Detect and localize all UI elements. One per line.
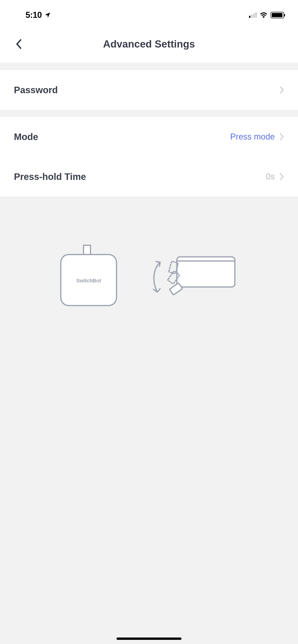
press-hold-time-row[interactable]: Press-hold Time 0s bbox=[0, 157, 298, 196]
battery-icon bbox=[271, 12, 284, 18]
mode-label: Mode bbox=[14, 132, 38, 142]
home-indicator[interactable] bbox=[117, 638, 181, 640]
row-right bbox=[279, 86, 284, 94]
password-row[interactable]: Password bbox=[0, 70, 298, 110]
nav-header: Advanced Settings bbox=[0, 26, 298, 62]
switchbot-device-icon: SwitchBot bbox=[59, 243, 119, 308]
location-icon bbox=[44, 12, 51, 18]
press-hold-value: 0s bbox=[266, 172, 275, 182]
status-right bbox=[249, 12, 284, 18]
device-label: SwitchBot bbox=[76, 278, 101, 284]
row-right: Press mode bbox=[230, 132, 284, 142]
page-title: Advanced Settings bbox=[0, 38, 298, 50]
back-button[interactable] bbox=[12, 37, 26, 51]
press-hold-label: Press-hold Time bbox=[14, 172, 86, 182]
chevron-left-icon bbox=[16, 39, 22, 49]
status-time: 5:10 bbox=[26, 10, 42, 20]
wifi-icon bbox=[259, 12, 268, 18]
status-bar: 5:10 bbox=[0, 0, 298, 26]
status-left: 5:10 bbox=[26, 10, 51, 20]
mode-illustration: SwitchBot bbox=[0, 196, 298, 308]
cellular-signal-icon bbox=[249, 12, 257, 18]
settings-group-1: Password bbox=[0, 70, 298, 110]
chevron-right-icon bbox=[279, 86, 284, 94]
row-right: 0s bbox=[266, 172, 284, 182]
press-action-icon bbox=[147, 243, 239, 308]
password-label: Password bbox=[14, 85, 58, 95]
mode-value: Press mode bbox=[230, 132, 275, 142]
svg-rect-0 bbox=[84, 245, 91, 254]
chevron-right-icon bbox=[279, 133, 284, 141]
settings-group-2: Mode Press mode Press-hold Time 0s bbox=[0, 117, 298, 196]
chevron-right-icon bbox=[279, 173, 284, 180]
mode-row[interactable]: Mode Press mode bbox=[0, 117, 298, 157]
